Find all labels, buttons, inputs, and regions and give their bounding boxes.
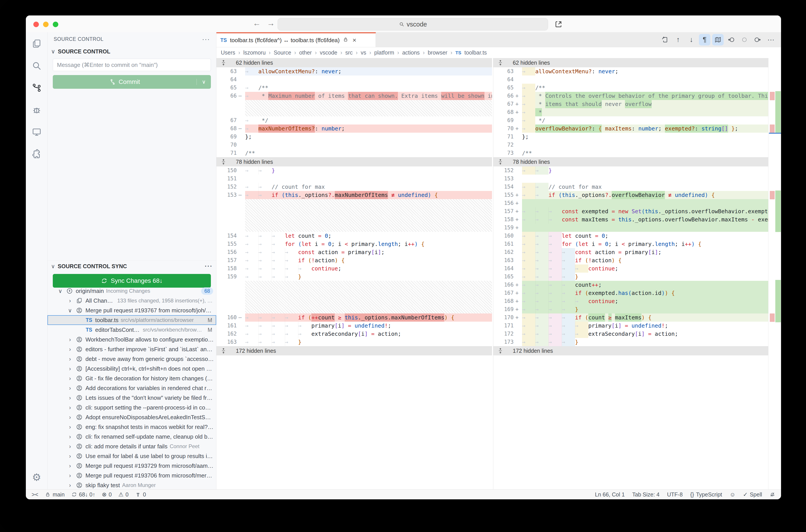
status-item-smiley[interactable]: ☺ [730, 491, 735, 498]
commit-button[interactable]: Commit ∨ [53, 75, 211, 89]
chevron-right-icon[interactable]: › [67, 337, 73, 343]
forward-icon[interactable]: → [267, 19, 275, 28]
status-item-error[interactable]: ⊗0 [102, 491, 112, 498]
circle-arrow-right-icon[interactable] [752, 34, 763, 45]
chevron-right-icon[interactable]: › [67, 356, 73, 362]
tree-row[interactable]: ›debt - move away from generic groups `a… [48, 354, 216, 364]
search-input[interactable]: vscode [278, 18, 548, 31]
status-item-remote[interactable]: >< [32, 491, 38, 498]
circle-arrow-left-icon[interactable] [726, 34, 737, 45]
goto-file-icon[interactable] [659, 34, 671, 45]
chevron-right-icon[interactable]: › [67, 375, 73, 382]
chevron-right-icon[interactable]: › [67, 482, 73, 489]
diff-original-pane[interactable]: 62 hidden lines63→allowContextMenu?: nev… [217, 58, 492, 489]
breadcrumb-item[interactable]: Source [274, 50, 291, 56]
chevron-right-icon[interactable]: › [67, 404, 73, 411]
commit-dropdown-icon[interactable]: ∨ [196, 79, 211, 85]
sync-changes-button[interactable]: Sync Changes 68↓ [53, 274, 211, 288]
chevron-right-icon[interactable]: › [67, 472, 73, 479]
extensions-icon[interactable] [31, 149, 42, 159]
status-item-warning[interactable]: ⚠0 [118, 491, 129, 498]
hidden-lines-bar[interactable]: 172 hidden lines [493, 346, 768, 356]
ellipsis-icon[interactable]: ··· [765, 34, 776, 45]
chevron-right-icon[interactable]: › [67, 414, 73, 420]
hidden-lines-bar[interactable]: 78 hidden lines [493, 157, 768, 167]
hidden-lines-bar[interactable]: 78 hidden lines [217, 157, 492, 167]
tree-row[interactable]: ›WorkbenchToolBar allows to configure ex… [48, 335, 216, 344]
file-row[interactable]: TStoolbar.tssrc/vs/platform/actions/brow… [48, 315, 216, 325]
chevron-right-icon[interactable]: › [67, 395, 73, 401]
status-item-braces[interactable]: {}TypeScript [690, 491, 722, 498]
tree-row[interactable]: ›Git - fix file decoration for history i… [48, 374, 216, 383]
chevron-right-icon[interactable]: › [67, 346, 73, 353]
status-item[interactable]: Ln 66, Col 1 [595, 491, 625, 498]
hidden-lines-bar[interactable]: 172 hidden lines [217, 346, 492, 356]
breadcrumb-item[interactable]: vs [361, 50, 366, 56]
tree-row[interactable]: ∨Merge pull request #193767 from microso… [48, 305, 216, 315]
search-icon[interactable] [31, 60, 42, 71]
scm-section-header[interactable]: ∨ SOURCE CONTROL [48, 46, 216, 57]
chevron-right-icon[interactable]: › [67, 385, 73, 392]
chevron-right-icon[interactable]: › [67, 424, 73, 430]
chevron-right-icon[interactable]: › [67, 365, 73, 372]
close-tab-icon[interactable]: × [352, 36, 356, 44]
tree-row[interactable]: ›Merge pull request #193706 from microso… [48, 471, 216, 480]
tree-row[interactable]: ›Adopt ensureNoDisposablesAreLeakedInTes… [48, 412, 216, 422]
tree-row[interactable]: ∨origin/mainIncoming Changes68 [48, 286, 216, 296]
arrow-down-icon[interactable]: ↓ [686, 34, 697, 45]
tree-row[interactable]: ›[Accessibility] ctrl+k, ctrl+shift+n do… [48, 364, 216, 374]
tree-row[interactable]: ›cli: support setting the --parent-proce… [48, 403, 216, 412]
debug-icon[interactable] [31, 104, 42, 115]
chevron-right-icon[interactable]: › [67, 463, 73, 469]
pilcrow-icon[interactable]: ¶ [699, 34, 710, 45]
map-icon[interactable] [712, 34, 724, 45]
breadcrumb-item[interactable]: other [299, 50, 312, 56]
breadcrumb-item[interactable]: lszomoru [243, 50, 266, 56]
breadcrumb-item[interactable]: browser [428, 50, 447, 56]
minimize-window-button[interactable] [43, 22, 49, 27]
chevron-down-icon[interactable]: ∨ [57, 288, 63, 294]
status-item-bell-slash[interactable] [770, 492, 775, 497]
chevron-right-icon[interactable]: › [67, 443, 73, 450]
tree-row[interactable]: ›cli: add more details if untar failsCon… [48, 441, 216, 451]
status-item-sync[interactable]: 68↓ 0↑ [71, 491, 95, 498]
explorer-icon[interactable] [31, 38, 42, 49]
tree-row[interactable]: ›skip flaky testAaron Munger [48, 480, 216, 489]
gear-icon[interactable]: ⚙ [26, 471, 47, 483]
more-actions-icon[interactable]: ··· [202, 35, 210, 43]
chevron-right-icon[interactable]: › [67, 298, 73, 304]
close-window-button[interactable] [33, 22, 39, 27]
tree-row[interactable]: ›cli: fix renamed self-update name, clea… [48, 432, 216, 441]
status-item[interactable]: UTF-8 [667, 491, 683, 498]
tree-row[interactable]: ›All Changes133 files changed, 1958 inse… [48, 296, 216, 305]
more-actions-icon[interactable]: ··· [205, 263, 213, 270]
circle-icon[interactable] [739, 34, 750, 45]
commit-message-input[interactable]: Message (⌘Enter to commit on "main") [53, 59, 211, 71]
hidden-lines-bar[interactable]: 62 hidden lines [217, 58, 492, 67]
open-external-icon[interactable] [554, 20, 563, 29]
chevron-down-icon[interactable]: ∨ [67, 307, 73, 314]
tree-row[interactable]: ›Lets issues of the "don't know" variety… [48, 393, 216, 403]
sync-section-header[interactable]: ∨ SOURCE CONTROL SYNC ··· [48, 261, 216, 272]
remote-explorer-icon[interactable] [31, 127, 42, 137]
arrow-up-icon[interactable]: ↑ [672, 34, 684, 45]
breadcrumb-item[interactable]: src [345, 50, 353, 56]
overview-ruler[interactable] [768, 58, 781, 489]
diff-modified-pane[interactable]: 62 hidden lines63→allowContextMenu?: nev… [493, 58, 768, 489]
tree-row[interactable]: ›Use email for label & use label to grou… [48, 451, 216, 461]
status-item-lock[interactable]: main [45, 491, 64, 498]
source-control-icon[interactable] [31, 82, 42, 93]
tree-row[interactable]: ›eng: fix snapshot tests in macos webkit… [48, 422, 216, 432]
breadcrumb-item[interactable]: vscode [320, 50, 337, 56]
chevron-right-icon[interactable]: › [67, 453, 73, 459]
tree-row[interactable]: ›Add decorations for variables in render… [48, 383, 216, 393]
chevron-right-icon[interactable]: › [67, 434, 73, 440]
back-icon[interactable]: ← [253, 19, 261, 28]
tree-row[interactable]: ›editors - further improve `isFirst` and… [48, 344, 216, 354]
breadcrumb-item[interactable]: actions [402, 50, 419, 56]
status-item[interactable]: Tab Size: 4 [632, 491, 660, 498]
breadcrumb-file[interactable]: toolbar.ts [464, 50, 487, 56]
status-item-check[interactable]: ✓Spell [743, 491, 762, 498]
tab-toolbar-diff[interactable]: TS toolbar.ts (ffc6fdea^) ↔ toolbar.ts (… [217, 32, 376, 47]
zoom-window-button[interactable] [53, 22, 58, 27]
